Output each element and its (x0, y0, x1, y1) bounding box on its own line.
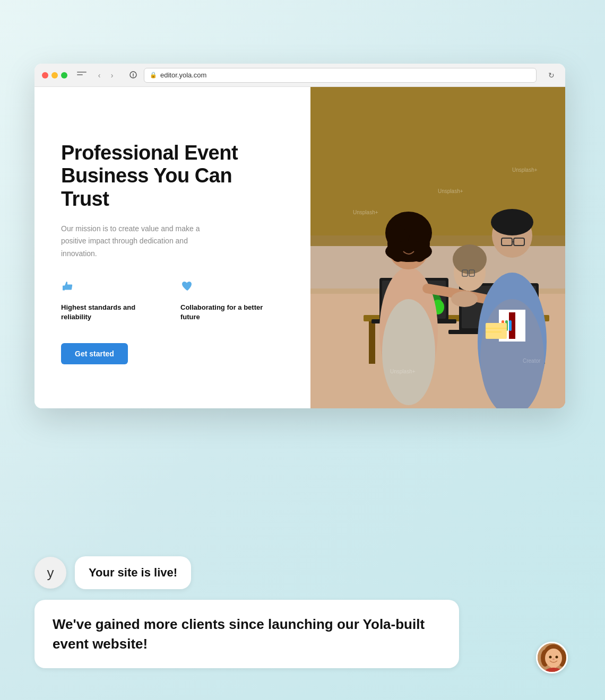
chat-bubble-testimonial: We've gained more clients since launchin… (34, 600, 459, 668)
sidebar-toggle-icon[interactable] (77, 72, 87, 79)
hero-description: Our mission is to create value and make … (61, 223, 210, 260)
chat-message-2: We've gained more clients since launchin… (34, 600, 563, 668)
svg-rect-46 (509, 320, 512, 331)
yola-letter: y (47, 565, 54, 581)
browser-content: Professional Event Business You Can Trus… (34, 87, 565, 408)
svg-point-39 (451, 291, 478, 307)
features-row: Highest standards and reliability Collab… (61, 279, 284, 322)
reload-button[interactable]: ↻ (545, 69, 558, 82)
chat-section: y Your site is live! We've gained more c… (34, 556, 563, 668)
svg-point-62 (552, 659, 555, 660)
svg-point-24 (382, 299, 435, 405)
security-icon (128, 70, 139, 81)
thumbs-up-icon (61, 279, 165, 296)
forward-button[interactable]: › (107, 70, 117, 81)
svg-point-29 (385, 241, 432, 262)
feature-2-label: Collaborating for a better future (180, 303, 284, 322)
close-button[interactable] (42, 72, 48, 78)
back-button[interactable]: ‹ (94, 70, 105, 81)
svg-text:Unsplash+: Unsplash+ (390, 369, 416, 374)
svg-text:Unsplash+: Unsplash+ (512, 167, 538, 173)
url-text: editor.yola.com (160, 71, 206, 79)
yola-avatar: y (34, 557, 66, 589)
minimize-button[interactable] (51, 72, 58, 78)
user-avatar (536, 642, 568, 673)
svg-point-2 (133, 76, 134, 77)
nav-arrows: ‹ › (94, 70, 117, 81)
svg-text:Unsplash+: Unsplash+ (438, 188, 463, 194)
svg-point-35 (491, 209, 533, 235)
browser-window: ‹ › 🔒 editor.yola.com ↻ Professional Eve… (34, 64, 565, 408)
get-started-button[interactable]: Get started (61, 343, 128, 364)
svg-point-59 (545, 649, 562, 668)
lock-icon: 🔒 (150, 72, 157, 78)
traffic-lights (42, 72, 67, 78)
chat-bubble-notification: Your site is live! (75, 556, 191, 589)
hero-title: Professional Event Business You Can Trus… (61, 142, 284, 211)
chat-message-1: y Your site is live! (34, 556, 563, 589)
chat-message-2-text: We've gained more clients since launchin… (53, 616, 425, 651)
hero-image: Unsplash+ Unsplash+ Unsplash+ Unsplash+ … (310, 87, 565, 408)
right-panel: Unsplash+ Unsplash+ Unsplash+ Unsplash+ … (310, 87, 565, 408)
svg-point-60 (549, 656, 552, 659)
address-bar[interactable]: 🔒 editor.yola.com (144, 68, 537, 83)
maximize-button[interactable] (61, 72, 67, 78)
svg-rect-9 (369, 321, 375, 364)
browser-toolbar: ‹ › 🔒 editor.yola.com ↻ (34, 64, 565, 87)
feature-1-label: Highest standards and reliability (61, 303, 165, 322)
feature-item-2: Collaborating for a better future (180, 279, 284, 322)
chat-message-1-text: Your site is live! (89, 566, 177, 579)
svg-text:Creator: Creator (523, 358, 541, 364)
svg-text:Unsplash+: Unsplash+ (353, 209, 378, 215)
feature-item-1: Highest standards and reliability (61, 279, 165, 322)
svg-point-61 (556, 656, 558, 659)
heart-icon (180, 279, 284, 296)
left-panel: Professional Event Business You Can Trus… (34, 87, 310, 408)
svg-rect-47 (486, 323, 507, 339)
